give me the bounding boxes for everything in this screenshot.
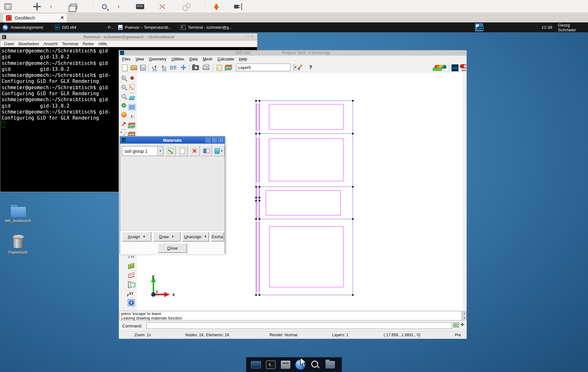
create-point-icon[interactable]	[128, 74, 135, 81]
menu-geometry[interactable]: Geometry	[149, 57, 166, 61]
maximize-icon[interactable]: □	[247, 34, 251, 39]
rotate-icon[interactable]: ↗	[120, 120, 127, 127]
menu-mesh[interactable]: Mesh	[203, 57, 213, 61]
menu-bearbeiten[interactable]: Bearbeiten	[19, 41, 39, 46]
maximize-icon[interactable]: □	[212, 138, 217, 143]
material-options-button[interactable]: ▼	[213, 146, 225, 156]
edit-material-button[interactable]	[165, 146, 176, 156]
info-icon[interactable]	[128, 299, 135, 306]
redraw-icon[interactable]: ♻	[120, 102, 127, 109]
menu-ansicht[interactable]: Ansicht	[44, 41, 58, 46]
taskbar-window-gid[interactable]: GiD x64	[52, 22, 105, 32]
scroll-up-icon[interactable]: ▲	[462, 311, 467, 315]
magnifier-icon[interactable]	[102, 3, 107, 11]
menu-files[interactable]: Files	[122, 57, 130, 61]
command-cross-icon[interactable]: ✛	[461, 322, 464, 327]
tab-geomech[interactable]: GeoMech ×	[3, 13, 67, 22]
select-surface-icon[interactable]	[128, 104, 135, 111]
scroll-down-icon[interactable]: ▼	[462, 316, 467, 320]
tab-close-icon[interactable]: ×	[60, 15, 64, 21]
help-icon[interactable]: ?	[307, 64, 314, 71]
chevron-down-icon[interactable]: ▾	[50, 3, 52, 11]
minimize-icon[interactable]: −	[243, 34, 247, 39]
dock-folder-icon[interactable]	[325, 359, 336, 370]
gears-icon[interactable]	[182, 3, 189, 11]
close-icon[interactable]: ×	[251, 34, 255, 39]
keyboard-icon[interactable]	[136, 3, 144, 11]
snapshot-camera-icon[interactable]	[192, 64, 199, 71]
close-button[interactable]: Close	[158, 243, 187, 253]
delete-icon[interactable]	[128, 95, 135, 102]
exchange-button[interactable]: Excha	[211, 232, 224, 241]
material-select-arrow-icon[interactable]: ▼	[157, 146, 163, 156]
user-menu[interactable]: Georg Schmeier	[558, 22, 588, 32]
layer-select-input[interactable]	[236, 64, 294, 71]
desktop-icon-win-austausch[interactable]: win_austausch	[4, 205, 32, 223]
dock-terminal-icon[interactable]: $_	[265, 359, 276, 370]
dock-search-icon[interactable]	[310, 359, 321, 370]
edit-notepad-icon[interactable]	[128, 84, 135, 90]
zoom-in-icon[interactable]	[120, 74, 127, 81]
menu-data[interactable]: Data	[189, 57, 197, 61]
draw-materials-brush-icon[interactable]	[297, 64, 304, 71]
layer-select[interactable]: ▼	[236, 64, 290, 71]
unassign-button[interactable]: Unassign▼	[182, 232, 209, 241]
taskbar-window-p[interactable]: P...	[105, 22, 115, 32]
import-export-material-button[interactable]	[201, 146, 212, 156]
roll-up-icon[interactable]: ↑	[206, 138, 211, 143]
xy-plane-icon[interactable]: XY	[128, 290, 135, 297]
mesh-outline-icon[interactable]	[128, 272, 135, 279]
tools-icon[interactable]	[158, 3, 166, 11]
layers-stack-icon[interactable]	[225, 64, 232, 71]
menu-help[interactable]: Help	[239, 57, 247, 61]
materials-titlebar[interactable]: Materials ↑ □ ×	[120, 137, 225, 144]
shade-icon[interactable]: +	[449, 51, 453, 55]
open-project-icon[interactable]	[130, 64, 138, 71]
zoom-out-icon[interactable]	[120, 84, 127, 90]
terminal-titlebar[interactable]: Terminal - schmeier@geomech: ~/Schreibti…	[0, 34, 257, 40]
dimension-label-icon[interactable]: .E:	[128, 113, 135, 120]
message-box[interactable]: press 'escape' to leave Leaving drawing …	[120, 311, 462, 320]
menu-calculate[interactable]: Calculate	[217, 57, 234, 61]
layers-entities-icon[interactable]	[128, 122, 135, 129]
view-glasses-icon[interactable]	[170, 64, 177, 71]
chevron-down-icon[interactable]: ▾	[118, 3, 120, 11]
applications-menu-button[interactable]: Anwendungsmenü	[0, 22, 51, 32]
pan-icon[interactable]: ✛	[180, 64, 187, 71]
desktop-icon-trash[interactable]: Papierkorb	[4, 235, 32, 255]
new-material-button[interactable]	[177, 146, 188, 156]
minimize-icon[interactable]: −	[453, 51, 456, 55]
postprocess-toggle-icon[interactable]	[432, 64, 447, 71]
render-icon[interactable]	[120, 111, 127, 118]
menu-reiter[interactable]: Reiter	[83, 41, 94, 46]
maximize-icon[interactable]: □	[456, 51, 460, 55]
close-icon[interactable]: ×	[460, 51, 464, 55]
menu-view[interactable]: View	[135, 57, 144, 61]
dock-files-icon[interactable]	[280, 359, 291, 370]
dock-display-icon[interactable]	[251, 359, 261, 370]
taskbar-window-psensor[interactable]: Psensor – Temperaturüb...	[115, 22, 177, 32]
tray-gid-icon[interactable]	[475, 23, 483, 31]
redo-icon[interactable]: ↻	[160, 64, 168, 71]
gid-titlebar[interactable]: GiD x64 Project: BSS_4 (tochnog) +−□×	[119, 50, 467, 56]
close-icon[interactable]: ×	[218, 138, 223, 143]
window-list-icon[interactable]	[4, 3, 11, 11]
send-to-layer-icon[interactable]	[215, 64, 223, 71]
draw-button[interactable]: Draw▼	[153, 232, 180, 241]
duplicate-window-icon[interactable]	[70, 3, 77, 11]
measure-icon[interactable]	[128, 281, 135, 288]
command-grid-icon[interactable]	[454, 323, 459, 327]
disconnect-plug-icon[interactable]	[234, 3, 238, 11]
assign-button[interactable]: Assign▼	[122, 232, 151, 241]
zoom-frame-icon[interactable]	[120, 93, 127, 100]
menu-datei[interactable]: Datei	[4, 41, 14, 46]
undo-icon[interactable]: ↺	[151, 64, 158, 71]
usb-download-icon[interactable]	[214, 3, 219, 11]
print-icon[interactable]	[202, 64, 210, 71]
mesh-quad-icon[interactable]	[128, 263, 135, 270]
terminal-output[interactable]: schmeier@geomech:~/Schreibtisch$ gid gid…	[2, 48, 111, 121]
delete-material-button[interactable]: ×	[189, 146, 200, 156]
menu-hilfe[interactable]: Hilfe	[98, 41, 107, 46]
clock[interactable]: 12:38	[537, 22, 552, 32]
menu-terminal[interactable]: Terminal	[62, 41, 78, 46]
